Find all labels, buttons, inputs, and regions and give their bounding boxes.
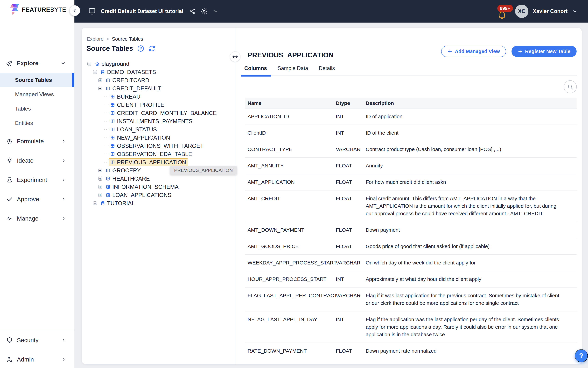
tree-node-observations_with_target[interactable]: OBSERVATIONS_WITH_TARGET — [87, 142, 233, 150]
register-new-table-button[interactable]: Register New Table — [511, 46, 577, 57]
table-icon — [110, 144, 115, 148]
tree-node-client_profile[interactable]: CLIENT_PROFILE — [87, 101, 233, 109]
cell-description: Down payment — [366, 226, 577, 234]
tree-expander-plus[interactable]: + — [98, 169, 102, 172]
sidebar-item-managed-views[interactable]: Managed Views — [0, 87, 74, 101]
tree-expander-minus[interactable]: − — [87, 62, 91, 66]
sidebar-item-ideate[interactable]: Ideate — [0, 151, 74, 170]
sidebar-item-label: Experiment — [17, 176, 47, 183]
tree-expander-plus[interactable]: + — [98, 177, 102, 181]
panel-resize-handle[interactable] — [230, 51, 241, 62]
tree-node-label: LOAN_STATUS — [117, 126, 157, 133]
tree-node-healthcare[interactable]: + HEALTHCARE — [87, 175, 233, 183]
tree-node-content: CLIENT_PROFILE — [109, 101, 166, 109]
cell-name: CONTRACT_TYPE — [248, 146, 336, 153]
breadcrumb-explore[interactable]: Explore — [87, 36, 103, 42]
tree-node-label: CREDITCARD — [112, 77, 149, 83]
featurebyte-logo: FEATUREBYTE — [10, 4, 66, 15]
tree-node-information_schema[interactable]: + INFORMATION_SCHEMA — [87, 183, 233, 191]
sidebar-item-source-tables[interactable]: Source Tables — [0, 73, 74, 87]
tree-expander-plus[interactable]: + — [98, 193, 102, 197]
cell-name: NFLAG_LAST_APPL_IN_DAY — [248, 316, 336, 338]
sidebar-item-admin[interactable]: Admin — [0, 350, 74, 368]
tree-node-content: CREDIT_CARD_MONTHLY_BALANCE — [109, 109, 219, 117]
sidebar-item-entities[interactable]: Entities — [0, 116, 74, 130]
tree-node-credit_card_monthly_balance[interactable]: CREDIT_CARD_MONTHLY_BALANCE — [87, 109, 233, 117]
tab-sample-data[interactable]: Sample Data — [274, 64, 312, 73]
column-header-name: Name — [248, 100, 336, 106]
tree-node-label: OBSERVATIONS_WITH_TARGET — [117, 143, 204, 149]
sidebar-item-approve[interactable]: Approve — [0, 189, 74, 209]
cell-name: AMT_ANNUITY — [248, 162, 336, 169]
cell-name: AMT_CREDIT — [248, 195, 336, 217]
avatar[interactable]: XC — [515, 5, 528, 18]
tab-columns[interactable]: Columns — [241, 64, 271, 73]
logo-text: FEATUREBYTE — [22, 6, 66, 13]
breadcrumb-source-tables[interactable]: Source Tables — [112, 36, 143, 42]
tree-node-installments_payments[interactable]: INSTALLMENTS_PAYMENTS — [87, 117, 233, 125]
tree-node-label: CREDIT_DEFAULT — [112, 85, 161, 92]
head-gear-icon — [6, 138, 13, 145]
tree-node-creditcard[interactable]: + CREDITCARD — [87, 76, 233, 84]
sidebar-item-tables[interactable]: Tables — [0, 101, 74, 116]
gear-icon[interactable] — [200, 8, 208, 15]
tree-node-demo_datasets[interactable]: − DEMO_DATASETS — [87, 68, 233, 76]
project-icon — [95, 62, 99, 66]
sidebar-item-manage[interactable]: Manage — [0, 209, 74, 228]
chevron-right-icon — [61, 197, 66, 202]
tree-node-label: INFORMATION_SCHEMA — [112, 184, 178, 190]
tab-label: Details — [319, 65, 335, 71]
tree-node-observation_eda_table[interactable]: OBSERVATION_EDA_TABLE — [87, 150, 233, 158]
help-circle-icon[interactable] — [137, 45, 144, 52]
tree-expander-minus[interactable]: − — [98, 87, 102, 90]
tree-expander-plus[interactable]: + — [98, 185, 102, 189]
tree-node-playground[interactable]: − playground — [87, 60, 233, 68]
sidebar-collapse-button[interactable] — [70, 5, 80, 16]
help-fab-button[interactable]: ? — [575, 349, 588, 362]
tab-label: Sample Data — [278, 65, 308, 71]
tree-node-previous_application[interactable]: PREVIOUS_APPLICATION — [87, 158, 233, 166]
tree-node-tutorial[interactable]: + TUTORIAL — [87, 199, 233, 207]
tree-expander-plus[interactable]: + — [98, 78, 102, 82]
tree-node-label: CLIENT_PROFILE — [117, 102, 164, 108]
tree-node-content: CREDITCARD — [104, 76, 151, 84]
tree-expander-minus[interactable]: − — [93, 70, 97, 74]
app-root: Credit Default Dataset UI tutorial 999+ … — [0, 0, 588, 368]
page-title: PREVIOUS_APPLICATION — [248, 51, 334, 59]
chevron-down-icon[interactable] — [213, 8, 219, 14]
column-header-description: Description — [366, 100, 577, 106]
sidebar-item-explore[interactable]: Explore — [0, 57, 74, 69]
refresh-icon[interactable] — [148, 45, 156, 52]
tree-node-bureau[interactable]: BUREAU — [87, 92, 233, 101]
sidebar-item-label: Managed Views — [15, 91, 54, 98]
add-managed-view-button[interactable]: Add Managed View — [441, 46, 506, 57]
cell-name: ClientID — [248, 129, 336, 137]
notifications[interactable]: 999+ — [497, 4, 511, 19]
schema-icon — [106, 78, 110, 83]
tree-node-new_application[interactable]: NEW_APPLICATION — [87, 134, 233, 142]
arrows-left-right-icon — [232, 54, 238, 60]
cell-dtype: INT — [336, 316, 366, 338]
tree-node-loan_applications[interactable]: + LOAN_APPLICATIONS — [87, 191, 233, 199]
table-icon — [110, 103, 115, 107]
cell-name: AMT_GOODS_PRICE — [248, 243, 336, 250]
sidebar-item-experiment[interactable]: Experiment — [0, 170, 74, 189]
user-menu-chevron-icon[interactable] — [572, 8, 578, 14]
breadcrumb: Explore > Source Tables — [87, 36, 143, 42]
tree-node-loan_status[interactable]: LOAN_STATUS — [87, 125, 233, 134]
tree-node-credit_default[interactable]: − CREDIT_DEFAULT — [87, 84, 233, 92]
sidebar-item-formulate[interactable]: Formulate — [0, 132, 74, 151]
user-name[interactable]: Xavier Conort — [533, 8, 568, 14]
tab-details[interactable]: Details — [315, 64, 339, 73]
tree-node-content: OBSERVATIONS_WITH_TARGET — [109, 142, 205, 150]
tree-node-label: PREVIOUS_APPLICATION — [117, 159, 186, 166]
topbar: Credit Default Dataset UI tutorial 999+ … — [74, 0, 588, 23]
schema-icon — [106, 168, 110, 173]
table-row: HOUR_APPR_PROCESS_START INT Approximatel… — [245, 271, 577, 287]
share-icon[interactable] — [189, 8, 196, 15]
chevron-right-icon — [61, 338, 66, 342]
sidebar-item-security[interactable]: Security — [0, 331, 74, 350]
button-label: Register New Table — [525, 49, 570, 54]
tree-expander-plus[interactable]: + — [93, 202, 97, 205]
search-button[interactable] — [564, 80, 577, 93]
